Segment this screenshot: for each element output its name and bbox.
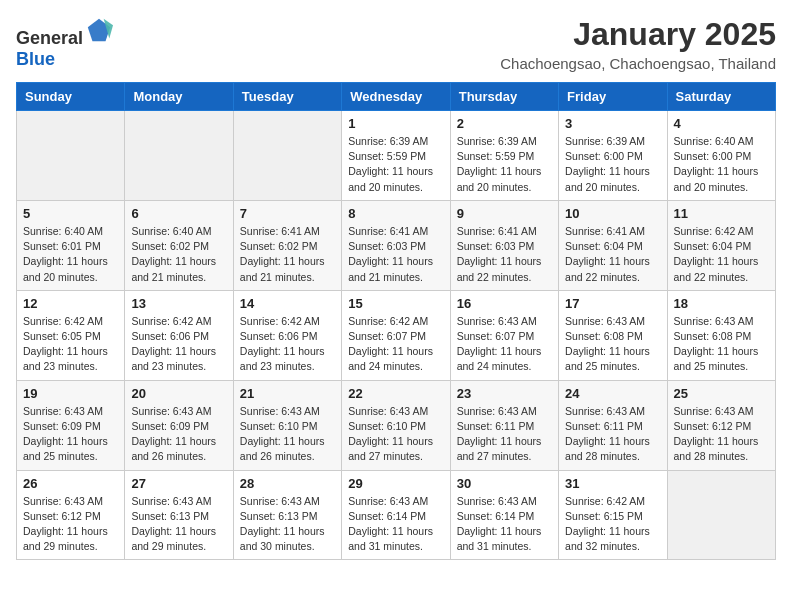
calendar-cell: 28Sunrise: 6:43 AMSunset: 6:13 PMDayligh… [233, 470, 341, 560]
day-number: 18 [674, 296, 769, 311]
calendar-cell: 19Sunrise: 6:43 AMSunset: 6:09 PMDayligh… [17, 380, 125, 470]
day-number: 30 [457, 476, 552, 491]
day-number: 26 [23, 476, 118, 491]
weekday-header-row: SundayMondayTuesdayWednesdayThursdayFrid… [17, 83, 776, 111]
day-number: 1 [348, 116, 443, 131]
day-number: 10 [565, 206, 660, 221]
day-info: Sunrise: 6:43 AMSunset: 6:10 PMDaylight:… [240, 404, 335, 465]
day-info: Sunrise: 6:43 AMSunset: 6:10 PMDaylight:… [348, 404, 443, 465]
day-number: 3 [565, 116, 660, 131]
calendar-cell: 3Sunrise: 6:39 AMSunset: 6:00 PMDaylight… [559, 111, 667, 201]
calendar-cell: 9Sunrise: 6:41 AMSunset: 6:03 PMDaylight… [450, 200, 558, 290]
calendar-week-1: 1Sunrise: 6:39 AMSunset: 5:59 PMDaylight… [17, 111, 776, 201]
day-info: Sunrise: 6:43 AMSunset: 6:08 PMDaylight:… [565, 314, 660, 375]
day-number: 9 [457, 206, 552, 221]
day-number: 24 [565, 386, 660, 401]
day-info: Sunrise: 6:41 AMSunset: 6:03 PMDaylight:… [457, 224, 552, 285]
page-header: General Blue January 2025 Chachoengsao, … [16, 16, 776, 72]
calendar-cell: 14Sunrise: 6:42 AMSunset: 6:06 PMDayligh… [233, 290, 341, 380]
day-number: 25 [674, 386, 769, 401]
day-number: 11 [674, 206, 769, 221]
calendar-cell [125, 111, 233, 201]
day-info: Sunrise: 6:40 AMSunset: 6:01 PMDaylight:… [23, 224, 118, 285]
calendar-cell: 11Sunrise: 6:42 AMSunset: 6:04 PMDayligh… [667, 200, 775, 290]
day-number: 14 [240, 296, 335, 311]
weekday-header-wednesday: Wednesday [342, 83, 450, 111]
day-info: Sunrise: 6:42 AMSunset: 6:05 PMDaylight:… [23, 314, 118, 375]
calendar-cell: 2Sunrise: 6:39 AMSunset: 5:59 PMDaylight… [450, 111, 558, 201]
day-number: 27 [131, 476, 226, 491]
day-info: Sunrise: 6:43 AMSunset: 6:12 PMDaylight:… [23, 494, 118, 555]
day-info: Sunrise: 6:41 AMSunset: 6:02 PMDaylight:… [240, 224, 335, 285]
day-info: Sunrise: 6:43 AMSunset: 6:08 PMDaylight:… [674, 314, 769, 375]
day-info: Sunrise: 6:43 AMSunset: 6:14 PMDaylight:… [348, 494, 443, 555]
calendar-week-5: 26Sunrise: 6:43 AMSunset: 6:12 PMDayligh… [17, 470, 776, 560]
logo: General Blue [16, 16, 113, 70]
day-info: Sunrise: 6:43 AMSunset: 6:11 PMDaylight:… [565, 404, 660, 465]
calendar-cell: 15Sunrise: 6:42 AMSunset: 6:07 PMDayligh… [342, 290, 450, 380]
calendar-cell: 10Sunrise: 6:41 AMSunset: 6:04 PMDayligh… [559, 200, 667, 290]
day-number: 13 [131, 296, 226, 311]
day-info: Sunrise: 6:39 AMSunset: 5:59 PMDaylight:… [457, 134, 552, 195]
calendar-cell: 18Sunrise: 6:43 AMSunset: 6:08 PMDayligh… [667, 290, 775, 380]
calendar-cell: 27Sunrise: 6:43 AMSunset: 6:13 PMDayligh… [125, 470, 233, 560]
calendar-cell: 8Sunrise: 6:41 AMSunset: 6:03 PMDaylight… [342, 200, 450, 290]
day-info: Sunrise: 6:40 AMSunset: 6:00 PMDaylight:… [674, 134, 769, 195]
day-info: Sunrise: 6:42 AMSunset: 6:07 PMDaylight:… [348, 314, 443, 375]
day-number: 21 [240, 386, 335, 401]
calendar-cell: 29Sunrise: 6:43 AMSunset: 6:14 PMDayligh… [342, 470, 450, 560]
weekday-header-thursday: Thursday [450, 83, 558, 111]
calendar-cell: 7Sunrise: 6:41 AMSunset: 6:02 PMDaylight… [233, 200, 341, 290]
day-info: Sunrise: 6:43 AMSunset: 6:13 PMDaylight:… [131, 494, 226, 555]
day-number: 29 [348, 476, 443, 491]
calendar-cell: 16Sunrise: 6:43 AMSunset: 6:07 PMDayligh… [450, 290, 558, 380]
day-number: 15 [348, 296, 443, 311]
day-info: Sunrise: 6:41 AMSunset: 6:03 PMDaylight:… [348, 224, 443, 285]
day-number: 7 [240, 206, 335, 221]
day-info: Sunrise: 6:42 AMSunset: 6:06 PMDaylight:… [131, 314, 226, 375]
calendar-cell: 20Sunrise: 6:43 AMSunset: 6:09 PMDayligh… [125, 380, 233, 470]
calendar-cell: 24Sunrise: 6:43 AMSunset: 6:11 PMDayligh… [559, 380, 667, 470]
calendar-cell: 31Sunrise: 6:42 AMSunset: 6:15 PMDayligh… [559, 470, 667, 560]
calendar-cell: 26Sunrise: 6:43 AMSunset: 6:12 PMDayligh… [17, 470, 125, 560]
day-info: Sunrise: 6:43 AMSunset: 6:09 PMDaylight:… [23, 404, 118, 465]
weekday-header-sunday: Sunday [17, 83, 125, 111]
logo-general: General [16, 28, 83, 48]
day-number: 22 [348, 386, 443, 401]
calendar-cell: 12Sunrise: 6:42 AMSunset: 6:05 PMDayligh… [17, 290, 125, 380]
calendar-cell: 13Sunrise: 6:42 AMSunset: 6:06 PMDayligh… [125, 290, 233, 380]
day-number: 19 [23, 386, 118, 401]
day-number: 23 [457, 386, 552, 401]
day-number: 2 [457, 116, 552, 131]
calendar-cell: 23Sunrise: 6:43 AMSunset: 6:11 PMDayligh… [450, 380, 558, 470]
calendar-cell: 17Sunrise: 6:43 AMSunset: 6:08 PMDayligh… [559, 290, 667, 380]
day-info: Sunrise: 6:43 AMSunset: 6:11 PMDaylight:… [457, 404, 552, 465]
weekday-header-monday: Monday [125, 83, 233, 111]
calendar-week-2: 5Sunrise: 6:40 AMSunset: 6:01 PMDaylight… [17, 200, 776, 290]
weekday-header-friday: Friday [559, 83, 667, 111]
calendar-cell [667, 470, 775, 560]
day-number: 28 [240, 476, 335, 491]
day-info: Sunrise: 6:39 AMSunset: 6:00 PMDaylight:… [565, 134, 660, 195]
weekday-header-saturday: Saturday [667, 83, 775, 111]
day-number: 16 [457, 296, 552, 311]
calendar-cell: 25Sunrise: 6:43 AMSunset: 6:12 PMDayligh… [667, 380, 775, 470]
day-info: Sunrise: 6:41 AMSunset: 6:04 PMDaylight:… [565, 224, 660, 285]
calendar-cell: 5Sunrise: 6:40 AMSunset: 6:01 PMDaylight… [17, 200, 125, 290]
month-title: January 2025 [500, 16, 776, 53]
calendar-cell: 6Sunrise: 6:40 AMSunset: 6:02 PMDaylight… [125, 200, 233, 290]
calendar-cell [233, 111, 341, 201]
title-section: January 2025 Chachoengsao, Chachoengsao,… [500, 16, 776, 72]
day-number: 17 [565, 296, 660, 311]
day-info: Sunrise: 6:43 AMSunset: 6:07 PMDaylight:… [457, 314, 552, 375]
day-info: Sunrise: 6:42 AMSunset: 6:04 PMDaylight:… [674, 224, 769, 285]
location-title: Chachoengsao, Chachoengsao, Thailand [500, 55, 776, 72]
calendar-week-4: 19Sunrise: 6:43 AMSunset: 6:09 PMDayligh… [17, 380, 776, 470]
day-info: Sunrise: 6:43 AMSunset: 6:14 PMDaylight:… [457, 494, 552, 555]
calendar-cell: 4Sunrise: 6:40 AMSunset: 6:00 PMDaylight… [667, 111, 775, 201]
day-info: Sunrise: 6:43 AMSunset: 6:09 PMDaylight:… [131, 404, 226, 465]
day-number: 20 [131, 386, 226, 401]
day-info: Sunrise: 6:39 AMSunset: 5:59 PMDaylight:… [348, 134, 443, 195]
day-info: Sunrise: 6:42 AMSunset: 6:06 PMDaylight:… [240, 314, 335, 375]
calendar-week-3: 12Sunrise: 6:42 AMSunset: 6:05 PMDayligh… [17, 290, 776, 380]
